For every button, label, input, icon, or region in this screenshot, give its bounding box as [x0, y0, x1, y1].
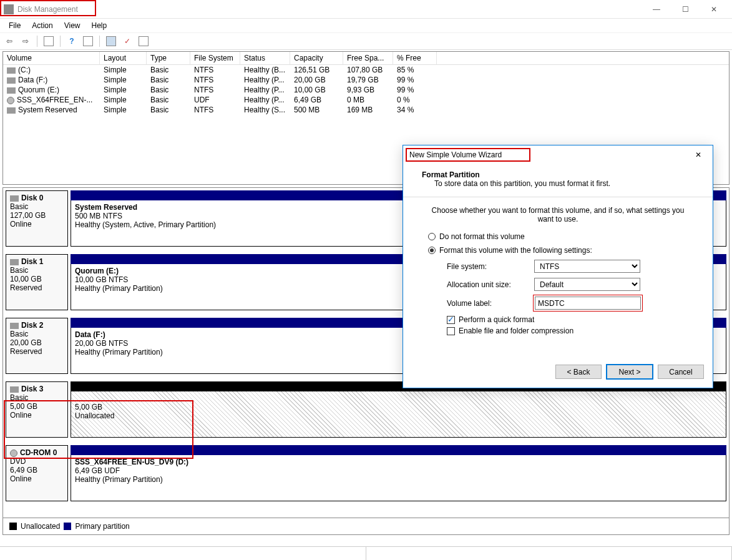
disk0-state: Online: [10, 220, 32, 228]
field-allocation-unit: Allocation unit size: Default: [447, 278, 688, 291]
checkbox-compression[interactable]: Enable file and folder compression: [447, 327, 688, 335]
cdrom-icon: [7, 97, 14, 104]
toolbar-back-button[interactable]: ⇦: [2, 34, 16, 48]
col-layout[interactable]: Layout: [100, 52, 147, 64]
wizard-next-button[interactable]: Next >: [607, 365, 653, 379]
statusbar: [0, 546, 732, 560]
wizard-heading: Format Partition: [422, 170, 480, 179]
wizard-cancel-button[interactable]: Cancel: [658, 365, 704, 379]
menu-action[interactable]: Action: [27, 20, 57, 31]
disk0-type: Basic: [10, 202, 28, 211]
radio-icon: [428, 233, 436, 240]
disk3-info[interactable]: Disk 3 Basic 5,00 GB Online: [6, 381, 68, 438]
titlebar: Disk Management — ☐ ✕: [0, 0, 732, 19]
file-system-select[interactable]: NTFS: [534, 260, 640, 273]
menubar: File Action View Help: [0, 19, 732, 32]
disk1-info[interactable]: Disk 1 Basic 10,00 GB Reserved: [6, 254, 68, 310]
volume-row[interactable]: Quorum (E:)SimpleBasicNTFSHealthy (P...1…: [3, 85, 729, 95]
toolbar-help-button[interactable]: ?: [65, 34, 79, 48]
volume-icon: [7, 87, 16, 94]
radio-icon: [428, 247, 436, 254]
disk-row-3: Disk 3 Basic 5,00 GB Online 5,00 GB Unal…: [3, 379, 729, 443]
legend-unallocated-label: Unallocated: [21, 522, 60, 531]
col-pfree[interactable]: % Free: [393, 52, 437, 64]
wizard-header: Format Partition To store data on this p…: [403, 164, 713, 194]
new-simple-volume-wizard: New Simple Volume Wizard ✕ Format Partit…: [403, 145, 713, 388]
toolbar-properties-button[interactable]: [104, 34, 118, 48]
checkbox-quick-format[interactable]: Perform a quick format: [447, 315, 688, 324]
disk-icon: [10, 195, 19, 202]
allocation-unit-select[interactable]: Default: [534, 278, 640, 291]
disk0-info[interactable]: Disk 0 Basic 127,00 GB Online: [6, 190, 68, 247]
disk3-unallocated[interactable]: 5,00 GB Unallocated: [71, 391, 726, 437]
checkbox-icon: [447, 316, 455, 324]
volume-row[interactable]: System ReservedSimpleBasicNTFSHealthy (S…: [3, 105, 729, 115]
app-icon: [4, 4, 14, 14]
cdrom0-vol[interactable]: SSS_X64FREE_EN-US_DV9 (D:) 6,49 GB UDF H…: [71, 455, 726, 501]
volume-label-input[interactable]: [535, 297, 641, 310]
annotation-wizard-title-box: [406, 148, 530, 162]
toolbar-view-button[interactable]: [42, 34, 56, 48]
legend-primary-swatch: [64, 523, 71, 530]
disk0-title: Disk 0: [21, 194, 43, 202]
toolbar-check-button[interactable]: ✓: [120, 34, 134, 48]
disk-icon: [10, 323, 19, 329]
wizard-close-button[interactable]: ✕: [690, 147, 706, 163]
field-volume-label: Volume label:: [447, 296, 688, 310]
maximize-button[interactable]: ☐: [671, 0, 700, 19]
disk-icon: [10, 386, 19, 393]
cdrom-icon: [10, 449, 17, 457]
radio-format[interactable]: Format this volume with the following se…: [428, 246, 688, 255]
col-volume[interactable]: Volume: [3, 52, 100, 64]
radio-no-format[interactable]: Do not format this volume: [428, 232, 688, 241]
menu-help[interactable]: Help: [87, 20, 112, 31]
legend-unallocated-swatch: [9, 523, 17, 530]
legend: Unallocated Primary partition: [2, 518, 730, 535]
volume-list-header: Volume Layout Type File System Status Ca…: [3, 52, 729, 65]
col-free[interactable]: Free Spa...: [343, 52, 393, 64]
toolbar: ⇦ ⇨ ? ✓: [0, 32, 732, 50]
menu-view[interactable]: View: [59, 20, 85, 31]
cdrom0-info[interactable]: CD-ROM 0 DVD 6,49 GB Online: [6, 445, 68, 501]
volume-icon: [7, 77, 16, 84]
disk-icon: [10, 259, 19, 265]
disk2-info[interactable]: Disk 2 Basic 20,00 GB Reserved: [6, 318, 68, 374]
disk0-size: 127,00 GB: [10, 211, 46, 220]
wizard-subheading: To store data on this partition, you mus…: [422, 179, 694, 188]
toolbar-list-button[interactable]: [137, 34, 150, 48]
disk-row-cdrom: CD-ROM 0 DVD 6,49 GB Online SSS_X64FREE_…: [3, 443, 729, 506]
toolbar-forward-button[interactable]: ⇨: [19, 34, 32, 48]
col-capacity[interactable]: Capacity: [290, 52, 343, 64]
field-file-system: File system: NTFS: [447, 260, 688, 273]
window-title: Disk Management: [17, 5, 642, 14]
menu-file[interactable]: File: [4, 20, 26, 31]
volume-icon: [7, 107, 16, 114]
wizard-back-button[interactable]: < Back: [555, 365, 602, 379]
checkbox-icon: [447, 327, 455, 335]
legend-primary-label: Primary partition: [75, 522, 129, 531]
toolbar-refresh-button[interactable]: [81, 34, 95, 48]
col-type[interactable]: Type: [147, 52, 190, 64]
volume-icon: [7, 67, 16, 74]
col-fs[interactable]: File System: [190, 52, 240, 64]
minimize-button[interactable]: —: [642, 0, 671, 19]
volume-row[interactable]: SSS_X64FREE_EN-...SimpleBasicUDFHealthy …: [3, 95, 729, 105]
wizard-prompt: Choose whether you want to format this v…: [428, 206, 688, 224]
volume-row[interactable]: (C:)SimpleBasicNTFSHealthy (B...126,51 G…: [3, 65, 729, 75]
close-button[interactable]: ✕: [700, 0, 728, 19]
col-status[interactable]: Status: [240, 52, 290, 64]
volume-row[interactable]: Data (F:)SimpleBasicNTFSHealthy (P...20,…: [3, 75, 729, 85]
